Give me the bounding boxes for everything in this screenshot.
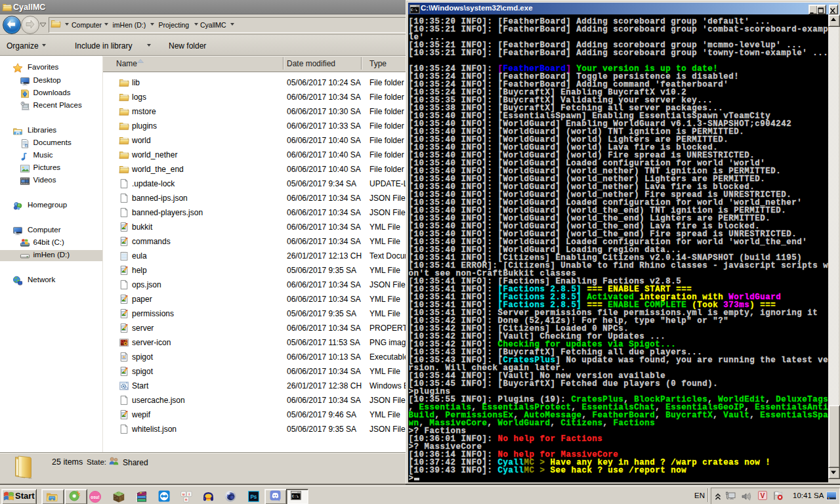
- svg-text:u: u: [182, 492, 185, 496]
- svg-text:V: V: [761, 492, 765, 499]
- svg-text:n: n: [185, 497, 188, 501]
- svg-text:C:\: C:\: [292, 495, 299, 499]
- svg-text:Ps: Ps: [250, 494, 257, 499]
- svg-text:C:\: C:\: [411, 8, 417, 12]
- svg-text:osu!: osu!: [91, 495, 100, 499]
